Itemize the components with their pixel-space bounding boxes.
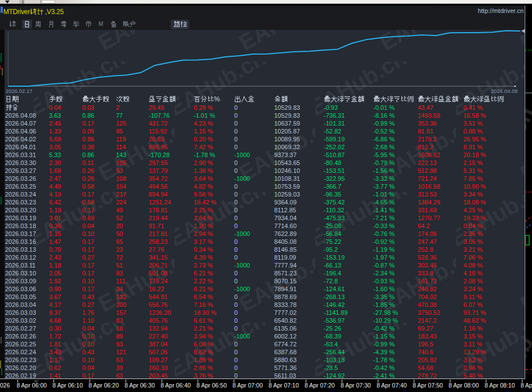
svg-text:cn: cn: [525, 103, 532, 137]
svg-text:ub: ub: [525, 332, 532, 368]
